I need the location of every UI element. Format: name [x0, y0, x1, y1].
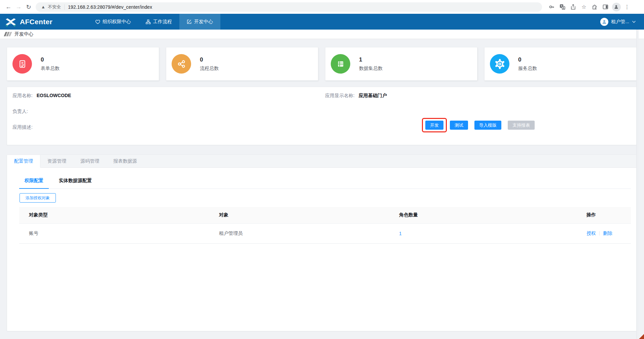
breadcrumb-slashes-icon — [5, 32, 11, 36]
main-tabs: 配置管理 资源管理 源码管理 报表数据源 — [7, 155, 636, 168]
not-secure-warning-icon[interactable]: ▲ — [41, 4, 45, 9]
col-role-count: 角色数量 — [389, 207, 577, 223]
share-nodes-icon — [172, 54, 191, 74]
stat-label: 流程总数 — [200, 66, 219, 72]
browser-menu-icon[interactable]: ⋮ — [622, 2, 632, 12]
table-row: 账号 租户管理员 1 授权删除 — [19, 223, 631, 243]
table-header-row: 对象类型 对象 角色数量 操作 — [19, 207, 631, 223]
app-name-label: 应用名称: — [12, 93, 33, 98]
cell-object: 租户管理员 — [209, 223, 389, 243]
afcenter-logo-icon — [5, 16, 17, 28]
stat-value: 0 — [200, 56, 219, 63]
address-bar[interactable]: ▲ 不安全 192.168.2.63:28079/#/dev_center/in… — [36, 2, 542, 12]
stat-card-services: 0 服务总数 — [484, 47, 637, 81]
translate-icon[interactable] — [558, 2, 567, 12]
side-panel-icon[interactable] — [601, 2, 610, 12]
address-divider — [64, 4, 65, 10]
app-description-label: 应用描述: — [12, 124, 33, 130]
app-name-value: EOSLOWCODE — [37, 93, 71, 98]
breadcrumb: 开发中心 — [0, 30, 644, 39]
page-content: 0 表单总数 0 流程总数 1 数据集总数 — [0, 39, 644, 339]
app-display-name-value: 应用基础门户 — [359, 93, 387, 98]
test-button[interactable]: 测试 — [450, 121, 468, 130]
action-divider — [599, 231, 600, 236]
stat-label: 数据集总数 — [359, 66, 383, 72]
brand-name: AFCenter — [20, 18, 52, 26]
browser-back-icon[interactable]: ← — [3, 3, 13, 10]
heart-icon — [95, 19, 100, 24]
user-menu[interactable]: 租户管... — [600, 18, 636, 26]
share-export-icon[interactable] — [568, 2, 578, 12]
extensions-puzzle-icon[interactable] — [590, 2, 600, 12]
support-report-button[interactable]: 支持报表 — [508, 121, 535, 130]
tab-source-management[interactable]: 源码管理 — [73, 155, 106, 167]
user-avatar-icon — [600, 18, 608, 26]
delete-link[interactable]: 删除 — [603, 230, 612, 236]
not-secure-label[interactable]: 不安全 — [48, 4, 61, 10]
menu-item-workflow[interactable]: 工作流程 — [138, 14, 179, 30]
subtab-permission-config[interactable]: 权限配置 — [19, 176, 49, 189]
stat-card-datasets: 1 数据集总数 — [325, 47, 477, 81]
browser-toolbar: ← → ↻ ▲ 不安全 192.168.2.63:28079/#/dev_cen… — [0, 0, 644, 14]
auth-table: 对象类型 对象 角色数量 操作 账号 租户管理员 1 授权删除 — [19, 207, 631, 244]
subtab-entity-datasource-config[interactable]: 实体数据源配置 — [53, 176, 97, 188]
url-text[interactable]: 192.168.2.63:28079/#/dev_center/index — [68, 4, 152, 10]
col-actions: 操作 — [577, 207, 631, 223]
edit-square-icon — [187, 19, 192, 24]
tab-report-datasource[interactable]: 报表数据源 — [106, 155, 144, 167]
develop-button[interactable]: 开发 — [425, 121, 443, 130]
app-display-name-label: 应用显示名称: — [325, 93, 355, 98]
password-key-icon[interactable] — [547, 2, 557, 12]
user-name: 租户管... — [611, 19, 629, 25]
management-panel: 配置管理 资源管理 源码管理 报表数据源 权限配置 实体数据源配置 添加授权对象… — [7, 155, 637, 331]
stat-card-flows: 0 流程总数 — [166, 47, 318, 81]
bookmark-star-icon[interactable]: ☆ — [579, 2, 589, 12]
col-object: 对象 — [209, 207, 389, 223]
menu-label: 工作流程 — [153, 19, 172, 25]
main-menu: 组织权限中心 工作流程 开发中心 — [88, 14, 220, 30]
menu-item-dev-center[interactable]: 开发中心 — [179, 14, 220, 30]
cell-object-type: 账号 — [19, 223, 209, 243]
stat-cards: 0 表单总数 0 流程总数 1 数据集总数 — [7, 47, 637, 81]
sub-tabs: 权限配置 实体数据源配置 — [19, 176, 631, 189]
tab-config-management[interactable]: 配置管理 — [7, 155, 40, 168]
col-object-type: 对象类型 — [19, 207, 209, 223]
chevron-down-icon — [632, 20, 636, 23]
menu-item-org-permission[interactable]: 组织权限中心 — [88, 14, 138, 30]
browser-reload-icon[interactable]: ↻ — [24, 3, 34, 11]
gear-icon — [490, 54, 509, 74]
stat-label: 服务总数 — [518, 66, 537, 72]
page-scrollbar[interactable] — [636, 30, 639, 339]
import-template-button[interactable]: 导入模版 — [474, 121, 501, 130]
role-count-link[interactable]: 1 — [399, 231, 402, 236]
stat-card-forms: 0 表单总数 — [7, 47, 159, 81]
menu-label: 开发中心 — [194, 19, 213, 25]
workflow-icon — [146, 19, 151, 24]
app-info-panel: 应用名称: EOSLOWCODE 应用显示名称: 应用基础门户 负责人: 应用描… — [7, 87, 637, 145]
tab-content: 权限配置 实体数据源配置 添加授权对象 对象类型 对象 角色数量 操作 账号 — [7, 168, 636, 244]
menu-label: 组织权限中心 — [103, 19, 131, 25]
breadcrumb-title: 开发中心 — [14, 31, 33, 37]
browser-profile-avatar[interactable] — [611, 2, 621, 12]
corner-marker — [639, 334, 644, 339]
app-logo[interactable]: AFCenter — [5, 16, 52, 28]
app-header: AFCenter 组织权限中心 工作流程 开发中心 租户管... — [0, 14, 644, 30]
authorize-link[interactable]: 授权 — [586, 230, 596, 236]
dataset-table-icon — [331, 54, 350, 74]
add-auth-object-button[interactable]: 添加授权对象 — [20, 193, 56, 203]
app-owner-label: 负责人: — [12, 109, 28, 114]
stat-label: 表单总数 — [41, 66, 60, 72]
stat-value: 1 — [359, 56, 383, 63]
stat-value: 0 — [518, 56, 537, 63]
stat-value: 0 — [41, 56, 60, 63]
app-actions: 开发 测试 导入模版 支持报表 — [425, 121, 535, 130]
form-icon — [12, 54, 32, 74]
tab-resource-management[interactable]: 资源管理 — [40, 155, 73, 167]
browser-forward-icon[interactable]: → — [13, 3, 24, 10]
